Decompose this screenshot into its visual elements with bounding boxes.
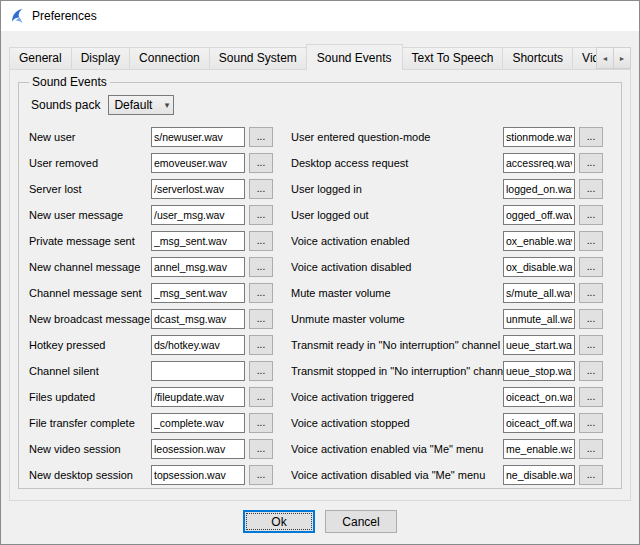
sound-file-input[interactable] <box>503 283 575 303</box>
browse-button[interactable]: ... <box>579 413 603 433</box>
sound-event-label: New user <box>29 131 151 143</box>
sound-event-row: Unmute master volume ... <box>291 309 603 329</box>
window-title: Preferences <box>32 9 97 23</box>
sound-file-input[interactable] <box>503 309 575 329</box>
browse-button[interactable]: ... <box>249 179 273 199</box>
tab-general[interactable]: General <box>9 47 72 69</box>
browse-button[interactable]: ... <box>579 205 603 225</box>
tab-sound-events[interactable]: Sound Events <box>306 44 403 70</box>
app-icon <box>9 8 25 24</box>
sound-file-input[interactable] <box>151 231 245 251</box>
sound-event-row: Channel message sent ... <box>29 283 273 303</box>
sound-event-row: Mute master volume ... <box>291 283 603 303</box>
sound-file-input[interactable] <box>151 127 245 147</box>
browse-button[interactable]: ... <box>249 413 273 433</box>
sound-file-input[interactable] <box>151 439 245 459</box>
browse-button[interactable]: ... <box>579 127 603 147</box>
sounds-pack-value: Default <box>114 98 152 112</box>
tab-scroll-left-button[interactable]: ◄ <box>596 47 614 69</box>
sound-file-input[interactable] <box>503 205 575 225</box>
tab-sound-system[interactable]: Sound System <box>209 47 307 69</box>
sound-file-input[interactable] <box>503 413 575 433</box>
sound-event-label: Private message sent <box>29 235 151 247</box>
browse-button[interactable]: ... <box>249 335 273 355</box>
browse-button[interactable]: ... <box>249 127 273 147</box>
browse-button[interactable]: ... <box>249 465 273 485</box>
sound-event-row: New channel message ... <box>29 257 273 277</box>
sound-event-label: Hotkey pressed <box>29 339 151 351</box>
browse-button[interactable]: ... <box>249 257 273 277</box>
sound-file-input[interactable] <box>151 413 245 433</box>
tab-text-to-speech[interactable]: Text To Speech <box>402 47 504 69</box>
browse-button[interactable]: ... <box>579 387 603 407</box>
sound-event-label: Mute master volume <box>291 287 503 299</box>
sound-event-label: Channel silent <box>29 365 151 377</box>
sound-file-input[interactable] <box>151 257 245 277</box>
tab-display[interactable]: Display <box>71 47 130 69</box>
browse-button[interactable]: ... <box>579 257 603 277</box>
groupbox-title: Sound Events <box>29 75 110 89</box>
browse-button[interactable]: ... <box>579 465 603 485</box>
browse-button[interactable]: ... <box>249 439 273 459</box>
sound-event-row: Desktop access request ... <box>291 153 603 173</box>
ok-button[interactable]: Ok <box>243 510 315 533</box>
browse-button[interactable]: ... <box>249 231 273 251</box>
sound-event-row: User logged out ... <box>291 205 603 225</box>
sound-file-input[interactable] <box>151 361 245 381</box>
sounds-pack-select[interactable]: Default ▾ <box>108 95 174 115</box>
browse-button[interactable]: ... <box>249 361 273 381</box>
sound-event-row: User entered question-mode ... <box>291 127 603 147</box>
sound-file-input[interactable] <box>151 153 245 173</box>
sound-event-label: Server lost <box>29 183 151 195</box>
sound-file-input[interactable] <box>503 465 575 485</box>
sound-file-input[interactable] <box>151 283 245 303</box>
tab-connection[interactable]: Connection <box>129 47 210 69</box>
sound-event-label: New video session <box>29 443 151 455</box>
browse-button[interactable]: ... <box>579 153 603 173</box>
sound-file-input[interactable] <box>151 309 245 329</box>
sound-file-input[interactable] <box>503 179 575 199</box>
sound-file-input[interactable] <box>503 231 575 251</box>
sound-file-input[interactable] <box>503 439 575 459</box>
browse-button[interactable]: ... <box>249 283 273 303</box>
sound-file-input[interactable] <box>503 335 575 355</box>
sound-event-row: Voice activation disabled via "Me" menu … <box>291 465 603 485</box>
sound-file-input[interactable] <box>151 205 245 225</box>
sound-event-label: New user message <box>29 209 151 221</box>
browse-button[interactable]: ... <box>579 231 603 251</box>
cancel-button[interactable]: Cancel <box>325 510 397 533</box>
tab-page-sound-events: Sound Events Sounds pack Default ▾ New u… <box>9 69 631 501</box>
browse-button[interactable]: ... <box>579 179 603 199</box>
sound-event-row: New broadcast message ... <box>29 309 273 329</box>
sound-file-input[interactable] <box>503 387 575 407</box>
sound-file-input[interactable] <box>503 257 575 277</box>
sound-file-input[interactable] <box>151 179 245 199</box>
browse-button[interactable]: ... <box>249 309 273 329</box>
browse-button[interactable]: ... <box>579 309 603 329</box>
sound-file-input[interactable] <box>151 465 245 485</box>
browse-button[interactable]: ... <box>249 205 273 225</box>
sound-event-label: Transmit stopped in "No interruption" ch… <box>291 365 503 377</box>
sound-event-label: New channel message <box>29 261 151 273</box>
browse-button[interactable]: ... <box>579 283 603 303</box>
sound-file-input[interactable] <box>503 153 575 173</box>
browse-button[interactable]: ... <box>579 335 603 355</box>
sound-event-label: Transmit ready in "No interruption" chan… <box>291 339 503 351</box>
sound-event-label: User logged out <box>291 209 503 221</box>
tab-scroll-right-button[interactable]: ► <box>613 47 631 69</box>
sound-file-input[interactable] <box>503 361 575 381</box>
sound-file-input[interactable] <box>503 127 575 147</box>
sound-events-column-left: New user ... User removed ... Server los… <box>29 127 273 491</box>
browse-button[interactable]: ... <box>579 361 603 381</box>
browse-button[interactable]: ... <box>249 387 273 407</box>
sound-event-row: Hotkey pressed ... <box>29 335 273 355</box>
sound-event-row: Transmit ready in "No interruption" chan… <box>291 335 603 355</box>
browse-button[interactable]: ... <box>579 439 603 459</box>
sound-event-columns: New user ... User removed ... Server los… <box>29 127 611 491</box>
sound-file-input[interactable] <box>151 335 245 355</box>
tab-shortcuts[interactable]: Shortcuts <box>502 47 573 69</box>
sound-file-input[interactable] <box>151 387 245 407</box>
tab-scrollers: ◄ ► <box>596 47 631 69</box>
browse-button[interactable]: ... <box>249 153 273 173</box>
sound-event-label: Channel message sent <box>29 287 151 299</box>
